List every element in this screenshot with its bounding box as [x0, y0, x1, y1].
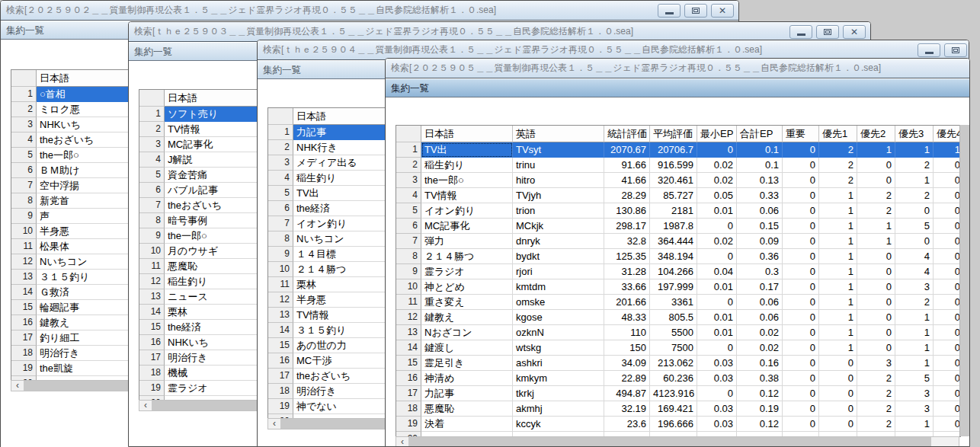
row-number[interactable]: 15 [396, 356, 421, 371]
table-cell[interactable]: Nおざコン [421, 325, 513, 340]
table-cell[interactable]: 0 [857, 295, 895, 310]
table-cell[interactable]: TVsyt [513, 142, 604, 158]
row-number[interactable]: 11 [11, 239, 37, 254]
row-number[interactable]: 14 [268, 323, 293, 338]
table-cell[interactable]: 力記事 [421, 386, 513, 401]
row-number[interactable]: 13 [268, 308, 293, 323]
table-cell[interactable]: 重さ変え [421, 295, 513, 310]
table-cell[interactable]: 0 [783, 279, 819, 295]
row-number[interactable]: 15 [268, 338, 293, 353]
table-cell[interactable]: 0 [934, 188, 961, 203]
table-cell[interactable]: wtskg [513, 340, 604, 356]
table-cell[interactable]: 0.03 [697, 356, 737, 371]
table-cell[interactable]: kmtdm [513, 279, 604, 295]
window-titlebar[interactable]: 検索[２０２５９０５＿＿質量制御再現公表１．５＿＿ジェド霊界ラジオ再現０．５５＿… [386, 59, 969, 78]
table-row[interactable]: 10神とどめkmtdm33.66197.9990.010.1701030 [396, 279, 960, 295]
row-number[interactable]: 9 [11, 209, 37, 224]
table-cell[interactable]: 0 [783, 234, 819, 249]
table-cell[interactable]: 0 [783, 203, 819, 219]
table-row[interactable]: 16神清めkmkym22.8960.2360.030.3800250 [396, 371, 960, 386]
table-row[interactable]: 1TV出TVsyt2070.6720706.700.102111 [396, 142, 960, 158]
table-cell[interactable]: 0.02 [697, 173, 737, 188]
table-cell[interactable]: ozknN [513, 325, 604, 340]
table-cell[interactable]: 125.35 [604, 249, 650, 264]
table-cell[interactable]: 7500 [650, 340, 697, 356]
row-number[interactable]: 14 [139, 305, 165, 320]
table-cell[interactable]: kgose [513, 310, 604, 325]
table-row[interactable]: 2稲生釣りtrinu91.66916.5990.020.102020 [396, 158, 960, 173]
maximize-button[interactable] [816, 25, 839, 39]
table-cell[interactable]: 0.01 [697, 203, 737, 219]
table-cell[interactable]: 0 [783, 295, 819, 310]
header-row[interactable]: 日本語英語統計評価平均評価最小EP合計EP重要優先1優先2優先3優先4 [396, 126, 960, 142]
column-header[interactable]: 優先1 [819, 126, 857, 142]
table-cell[interactable]: 悪魔恥 [421, 401, 513, 417]
table-cell[interactable]: 1 [895, 173, 934, 188]
row-number[interactable]: 5 [396, 203, 421, 219]
table-cell[interactable]: 0 [697, 249, 737, 264]
table-cell[interactable]: 0 [934, 234, 961, 249]
table-cell[interactable]: 0 [934, 264, 961, 279]
maximize-button[interactable] [944, 43, 967, 57]
row-number[interactable]: 16 [396, 371, 421, 386]
row-number[interactable]: 3 [11, 117, 37, 133]
row-number[interactable]: 14 [396, 340, 421, 356]
table-cell[interactable]: 916.599 [650, 158, 697, 173]
table-cell[interactable]: rjori [513, 264, 604, 279]
minimize-button[interactable] [918, 43, 940, 57]
table-row[interactable]: 15霊足引きashkri34.09213.0620.030.1600310 [396, 356, 960, 371]
table-cell[interactable]: 鍵教え [421, 310, 513, 325]
row-number[interactable]: 1 [268, 125, 293, 140]
table-cell[interactable]: MCkjk [513, 219, 604, 234]
table-cell[interactable]: hitro [513, 173, 604, 188]
table-cell[interactable]: 4 [895, 264, 934, 279]
table-cell[interactable]: 2 [857, 417, 895, 432]
table-cell[interactable]: 0 [934, 325, 961, 340]
row-number[interactable]: 4 [268, 171, 293, 186]
table-cell[interactable]: dnryk [513, 234, 604, 249]
table-cell[interactable]: 2 [857, 188, 895, 203]
row-number[interactable]: 7 [11, 178, 37, 193]
column-header[interactable]: 日本語 [421, 126, 513, 142]
table-cell[interactable]: 0 [783, 340, 819, 356]
table-cell[interactable]: 0.36 [737, 249, 783, 264]
table-cell[interactable]: 0 [934, 371, 961, 386]
table-cell[interactable]: 213.062 [650, 356, 697, 371]
table-cell[interactable]: 2 [819, 158, 857, 173]
table-cell[interactable]: 201.66 [604, 295, 650, 310]
row-number[interactable]: 16 [139, 335, 165, 350]
table-cell[interactable]: 0 [819, 386, 857, 401]
row-number[interactable]: 7 [268, 216, 293, 231]
scrollbar-thumb[interactable] [408, 437, 931, 447]
table-cell[interactable]: 0 [934, 310, 961, 325]
column-header[interactable]: 重要 [783, 126, 819, 142]
table-cell[interactable]: 0 [783, 371, 819, 386]
table-cell[interactable]: 0.03 [697, 401, 737, 417]
table-cell[interactable]: 0.1 [737, 158, 783, 173]
table-cell[interactable]: 1 [819, 203, 857, 219]
table-cell[interactable]: 霊ラジオ [421, 264, 513, 279]
table-cell[interactable]: 0.19 [737, 401, 783, 417]
row-number[interactable]: 14 [11, 285, 37, 300]
table-cell[interactable]: 2 [819, 173, 857, 188]
table-cell[interactable]: 110 [604, 325, 650, 340]
table-cell[interactable]: 2 [895, 188, 934, 203]
table-cell[interactable]: 805.5 [650, 310, 697, 325]
table-cell[interactable]: 0.15 [737, 219, 783, 234]
table-cell[interactable]: bydkt [513, 249, 604, 264]
table-cell[interactable]: 1 [819, 310, 857, 325]
table-cell[interactable]: 弾力 [421, 234, 513, 249]
table-cell[interactable]: 0 [934, 279, 961, 295]
row-number[interactable]: 13 [11, 270, 37, 285]
scroll-left-arrow-icon[interactable]: ‹ [396, 437, 408, 447]
table-cell[interactable]: 1 [857, 219, 895, 234]
table-cell[interactable]: 0 [934, 417, 961, 432]
table-cell[interactable]: 0.02 [737, 340, 783, 356]
table-cell[interactable]: 0 [934, 203, 961, 219]
table-cell[interactable]: 0.03 [697, 417, 737, 432]
table-cell[interactable]: 0.12 [737, 417, 783, 432]
table-cell[interactable]: 0 [783, 417, 819, 432]
row-number[interactable]: 5 [11, 148, 37, 163]
table-cell[interactable]: 3 [895, 279, 934, 295]
table-cell[interactable]: 494.87 [604, 386, 650, 401]
